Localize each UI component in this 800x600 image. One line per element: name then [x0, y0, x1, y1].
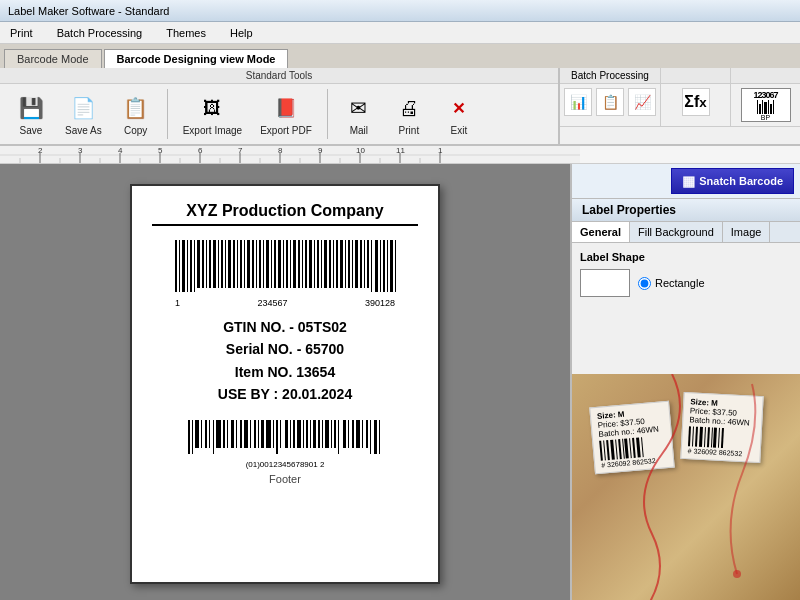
- svg-rect-121: [310, 420, 311, 448]
- barcode-numbers: 1 234567 390128: [175, 298, 395, 308]
- export-pdf-button[interactable]: 📕 Export PDF: [253, 88, 319, 140]
- label-footer: Footer: [269, 473, 301, 485]
- batch-icon-3[interactable]: 📈: [628, 88, 656, 116]
- svg-rect-66: [293, 240, 296, 288]
- title-text: Label Maker Software - Standard: [8, 5, 169, 17]
- menu-themes[interactable]: Themes: [160, 25, 212, 41]
- copy-icon: 📋: [120, 92, 152, 124]
- svg-rect-123: [318, 420, 320, 448]
- svg-rect-61: [274, 240, 276, 288]
- toolbar-separator: [167, 89, 168, 139]
- export-image-label: Export Image: [183, 125, 242, 136]
- svg-rect-116: [290, 420, 291, 448]
- svg-rect-81: [352, 240, 353, 288]
- svg-rect-100: [216, 420, 221, 448]
- svg-rect-70: [309, 240, 312, 288]
- svg-rect-77: [336, 240, 338, 288]
- svg-text:1: 1: [438, 146, 443, 155]
- svg-rect-39: [190, 240, 192, 292]
- print-button[interactable]: 🖨 Print: [386, 88, 432, 140]
- barcode-num-3: 390128: [365, 298, 395, 308]
- svg-rect-103: [231, 420, 234, 448]
- tab-fill-background[interactable]: Fill Background: [630, 222, 723, 242]
- svg-text:3: 3: [78, 146, 83, 155]
- tab-image[interactable]: Image: [723, 222, 771, 242]
- toolbar-area: Standard Tools 💾 Save 📄 Save As 📋 Copy 🖼…: [0, 68, 800, 146]
- svg-rect-47: [221, 240, 223, 288]
- mail-label: Mail: [350, 125, 368, 136]
- batch-icon-1[interactable]: 📊: [564, 88, 592, 116]
- svg-rect-67: [298, 240, 300, 288]
- tab-general[interactable]: General: [572, 222, 630, 242]
- barcode-small-num: (01)0012345678901 2: [246, 460, 325, 469]
- menu-batch[interactable]: Batch Processing: [51, 25, 149, 41]
- exit-button[interactable]: ✕ Exit: [436, 88, 482, 140]
- svg-rect-128: [338, 420, 339, 454]
- tag-image-area: Size: M Price: $37.50 Batch no.: 46WN # …: [572, 374, 800, 600]
- switch-barcode-top-label: [731, 68, 800, 84]
- mail-button[interactable]: ✉ Mail: [336, 88, 382, 140]
- mail-icon: ✉: [343, 92, 375, 124]
- svg-rect-43: [206, 240, 207, 288]
- radio-rectangle[interactable]: Rectangle: [638, 277, 705, 290]
- svg-rect-132: [356, 420, 360, 448]
- main-content: XYZ Production Company: [0, 164, 800, 600]
- snatch-barcode-button[interactable]: ▦ Snatch Barcode: [671, 168, 794, 194]
- label-shape-title: Label Shape: [580, 251, 792, 263]
- svg-rect-125: [325, 420, 329, 448]
- save-as-button[interactable]: 📄 Save As: [58, 88, 109, 140]
- svg-rect-56: [256, 240, 257, 288]
- menu-print[interactable]: Print: [4, 25, 39, 41]
- svg-rect-46: [218, 240, 219, 288]
- batch-icon-2[interactable]: 📋: [596, 88, 624, 116]
- save-icon: 💾: [15, 92, 47, 124]
- svg-rect-83: [360, 240, 362, 288]
- svg-rect-44: [209, 240, 211, 288]
- shape-box-preview: [580, 269, 630, 297]
- svg-rect-86: [371, 240, 372, 292]
- svg-rect-130: [348, 420, 349, 448]
- batch-processing-label: Batch Processing: [560, 68, 660, 84]
- tab-barcode-mode[interactable]: Barcode Mode: [4, 49, 102, 68]
- formula-icons: Σfx: [661, 84, 730, 120]
- radio-rectangle-label: Rectangle: [655, 277, 705, 289]
- shape-options: Rectangle: [580, 269, 792, 297]
- copy-button[interactable]: 📋 Copy: [113, 88, 159, 140]
- svg-rect-88: [380, 240, 381, 292]
- svg-rect-85: [367, 240, 369, 288]
- label-line2: Serial NO. - 65700: [218, 338, 352, 360]
- batch-icons: 📊 📋 📈: [560, 84, 660, 120]
- label-company: XYZ Production Company: [152, 202, 418, 226]
- svg-rect-72: [317, 240, 319, 288]
- exit-label: Exit: [451, 125, 468, 136]
- svg-rect-65: [290, 240, 291, 288]
- canvas-area[interactable]: XYZ Production Company: [0, 164, 570, 600]
- svg-rect-104: [236, 420, 237, 448]
- svg-rect-38: [187, 240, 188, 292]
- svg-rect-115: [285, 420, 288, 448]
- svg-rect-97: [205, 420, 207, 448]
- tab-designing-mode[interactable]: Barcode Designing view Mode: [104, 49, 289, 68]
- svg-rect-68: [302, 240, 303, 288]
- svg-rect-64: [286, 240, 288, 288]
- tag-card-2: Size: M Price: $37.50 Batch no.: 46WN # …: [680, 392, 763, 463]
- sigma-btn[interactable]: Σfx: [682, 88, 710, 116]
- menu-help[interactable]: Help: [224, 25, 259, 41]
- svg-rect-42: [202, 240, 204, 288]
- svg-rect-76: [333, 240, 334, 288]
- svg-text:4: 4: [118, 146, 123, 155]
- svg-rect-114: [280, 420, 281, 448]
- svg-rect-102: [227, 420, 228, 448]
- label-preview: XYZ Production Company: [130, 184, 440, 584]
- save-as-icon: 📄: [67, 92, 99, 124]
- export-image-button[interactable]: 🖼 Export Image: [176, 88, 249, 140]
- svg-rect-134: [366, 420, 368, 448]
- svg-rect-92: [395, 240, 396, 292]
- svg-rect-48: [225, 240, 226, 288]
- svg-rect-91: [390, 240, 393, 292]
- radio-rectangle-input[interactable]: [638, 277, 651, 290]
- save-button[interactable]: 💾 Save: [8, 88, 54, 140]
- tag-barcode-2: [688, 426, 755, 449]
- toolbar-separator-2: [327, 89, 328, 139]
- svg-rect-98: [209, 420, 210, 448]
